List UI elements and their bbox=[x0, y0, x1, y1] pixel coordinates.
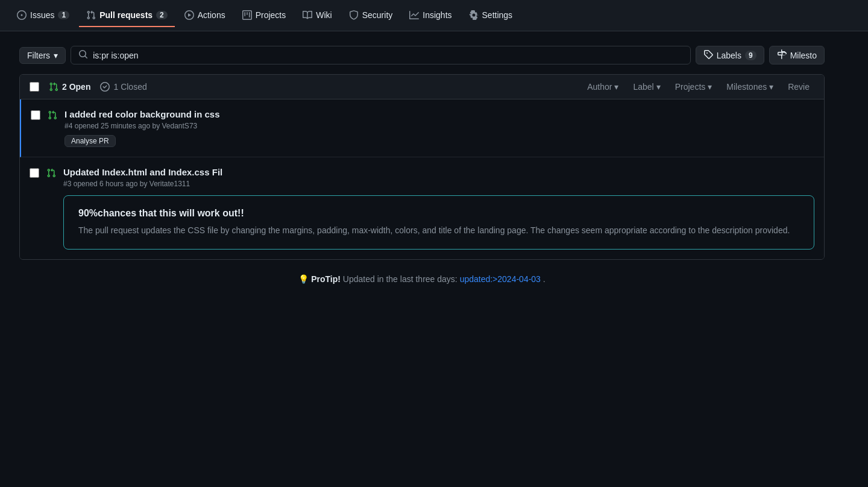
nav-actions-label: Actions bbox=[198, 10, 225, 20]
pr2-open-icon bbox=[46, 168, 56, 178]
nav-wiki-label: Wiki bbox=[316, 10, 332, 20]
pr-list-header-left: 2 Open 1 Closed bbox=[30, 82, 573, 92]
filter-bar: Filters ▾ Labels 9 bbox=[19, 46, 825, 64]
author-filter[interactable]: Author ▾ bbox=[582, 80, 623, 94]
table-row: Updated Index.html and Index.css Fil #3 … bbox=[20, 157, 824, 259]
label-filter-label: Label bbox=[633, 82, 653, 92]
pr2-by: by bbox=[140, 180, 149, 188]
chevron-down-icon: ▾ bbox=[769, 82, 773, 92]
pr1-label[interactable]: Analyse PR bbox=[64, 135, 116, 147]
pr1-by: by bbox=[152, 122, 162, 130]
pr1-meta: #4 opened 25 minutes ago by VedantS73 bbox=[64, 122, 814, 130]
nav-issues-label: Issues bbox=[30, 10, 54, 20]
pr2-author[interactable]: Veritate1311 bbox=[149, 180, 190, 188]
insights-icon bbox=[409, 10, 419, 20]
filters-label: Filters bbox=[27, 51, 50, 60]
search-box[interactable] bbox=[71, 46, 691, 64]
projects-filter-label: Projects bbox=[675, 82, 706, 92]
labels-button[interactable]: Labels 9 bbox=[696, 46, 764, 64]
nav-bar: Issues 1 Pull requests 2 Actions Project… bbox=[0, 0, 868, 31]
chevron-down-icon: ▾ bbox=[708, 82, 712, 92]
ai-box-body: The pull request updates the CSS file by… bbox=[78, 224, 799, 237]
labels-count: 9 bbox=[745, 51, 756, 60]
select-all-checkbox[interactable] bbox=[30, 82, 39, 92]
pr1-checkbox[interactable] bbox=[31, 110, 40, 120]
pr2-title[interactable]: Updated Index.html and Index.css Fil bbox=[63, 167, 814, 177]
labels-label: Labels bbox=[717, 51, 741, 60]
main-content: Filters ▾ Labels 9 bbox=[0, 31, 844, 313]
author-label: Author bbox=[587, 82, 612, 92]
protip-middle: Updated in the last three days: bbox=[343, 274, 460, 284]
label-icon bbox=[703, 49, 713, 61]
nav-item-security[interactable]: Security bbox=[342, 4, 400, 27]
bulb-icon: 💡 bbox=[298, 274, 309, 284]
projects-icon bbox=[242, 10, 252, 20]
milestones-button[interactable]: Milesto bbox=[769, 46, 825, 64]
nav-item-actions[interactable]: Actions bbox=[177, 4, 233, 27]
table-row: I added red color background in css #4 o… bbox=[20, 99, 824, 157]
pr2-meta: #3 opened 6 hours ago by Veritate1311 bbox=[63, 180, 814, 188]
filters-button[interactable]: Filters ▾ bbox=[19, 47, 66, 64]
protip-bold: ProTip! bbox=[311, 274, 341, 284]
chevron-down-icon: ▾ bbox=[656, 82, 661, 92]
pull-requests-icon bbox=[86, 10, 96, 20]
reviews-filter[interactable]: Revie bbox=[783, 80, 814, 94]
nav-projects-label: Projects bbox=[256, 10, 286, 20]
wiki-icon bbox=[303, 10, 312, 20]
closed-count[interactable]: 1 Closed bbox=[100, 82, 146, 92]
label-filter[interactable]: Label ▾ bbox=[628, 80, 665, 94]
search-input[interactable] bbox=[93, 51, 683, 60]
pr2-number: #3 bbox=[63, 180, 71, 188]
chevron-down-icon: ▾ bbox=[614, 82, 618, 92]
chevron-down-icon: ▾ bbox=[54, 51, 58, 60]
pr-list-header-right: Author ▾ Label ▾ Projects ▾ Milestones ▾… bbox=[582, 80, 814, 94]
reviews-filter-label: Revie bbox=[788, 82, 810, 92]
nav-security-label: Security bbox=[362, 10, 393, 20]
protip-link[interactable]: updated:>2024-04-03 bbox=[460, 274, 541, 284]
open-count-label: 2 Open bbox=[62, 82, 90, 92]
ai-box-title: 90%chances that this will work out!! bbox=[78, 208, 799, 219]
pr2-content: Updated Index.html and Index.css Fil #3 … bbox=[63, 167, 814, 250]
open-count[interactable]: 2 Open bbox=[49, 82, 90, 92]
security-icon bbox=[349, 10, 359, 20]
milestone-icon bbox=[777, 49, 787, 61]
pr-list: 2 Open 1 Closed Author ▾ Label ▾ bbox=[19, 74, 825, 260]
protip-after: . bbox=[543, 274, 546, 284]
protip: 💡 ProTip! Updated in the last three days… bbox=[19, 260, 825, 298]
pr2-checkbox[interactable] bbox=[30, 168, 39, 178]
pr1-opened: opened 25 minutes ago bbox=[75, 122, 150, 130]
nav-item-settings[interactable]: Settings bbox=[462, 4, 520, 27]
milestones-label: Milesto bbox=[790, 51, 817, 60]
nav-insights-label: Insights bbox=[423, 10, 451, 20]
nav-settings-label: Settings bbox=[482, 10, 513, 20]
pr1-content: I added red color background in css #4 o… bbox=[64, 109, 814, 147]
pr-list-header: 2 Open 1 Closed Author ▾ Label ▾ bbox=[20, 75, 824, 99]
nav-item-wiki[interactable]: Wiki bbox=[295, 4, 339, 27]
ai-analysis-box: 90%chances that this will work out!! The… bbox=[63, 195, 814, 250]
projects-filter[interactable]: Projects ▾ bbox=[670, 80, 717, 94]
search-icon bbox=[78, 49, 88, 61]
nav-item-pull-requests[interactable]: Pull requests 2 bbox=[79, 4, 175, 27]
nav-item-issues[interactable]: Issues 1 bbox=[10, 4, 77, 27]
actions-icon bbox=[184, 10, 194, 20]
nav-issues-badge: 1 bbox=[58, 11, 69, 19]
settings-icon bbox=[469, 10, 479, 20]
milestones-filter-label: Milestones bbox=[726, 82, 767, 92]
issues-icon bbox=[17, 10, 27, 20]
nav-item-projects[interactable]: Projects bbox=[235, 4, 294, 27]
nav-pr-label: Pull requests bbox=[99, 10, 153, 20]
pr1-title[interactable]: I added red color background in css bbox=[64, 109, 814, 119]
pr1-author[interactable]: VedantS73 bbox=[162, 122, 198, 130]
pr-open-icon bbox=[48, 110, 57, 120]
nav-item-insights[interactable]: Insights bbox=[402, 4, 459, 27]
pr1-number: #4 bbox=[64, 122, 72, 130]
pr2-opened: opened 6 hours ago bbox=[74, 180, 138, 188]
milestones-filter[interactable]: Milestones ▾ bbox=[722, 80, 778, 94]
closed-count-label: 1 Closed bbox=[113, 82, 146, 92]
nav-pr-badge: 2 bbox=[156, 11, 168, 19]
